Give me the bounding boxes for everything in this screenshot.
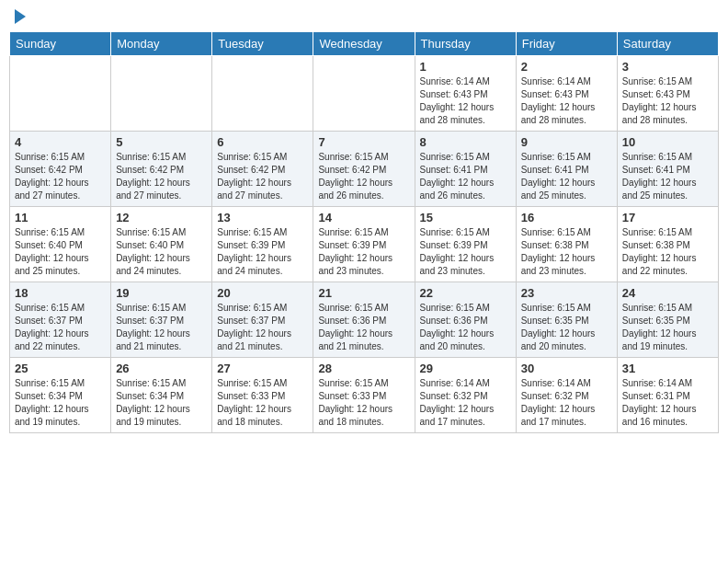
calendar-cell: 30Sunrise: 6:14 AM Sunset: 6:32 PM Dayli… xyxy=(516,358,617,433)
day-info: Sunrise: 6:15 AM Sunset: 6:38 PM Dayligh… xyxy=(622,226,713,278)
day-info: Sunrise: 6:15 AM Sunset: 6:33 PM Dayligh… xyxy=(217,377,308,429)
day-number: 11 xyxy=(15,211,106,224)
day-info: Sunrise: 6:15 AM Sunset: 6:35 PM Dayligh… xyxy=(521,302,612,353)
calendar-header-row: SundayMondayTuesdayWednesdayThursdayFrid… xyxy=(10,32,719,56)
calendar-week-row: 1Sunrise: 6:14 AM Sunset: 6:43 PM Daylig… xyxy=(10,56,719,132)
day-number: 28 xyxy=(318,362,409,375)
calendar-cell: 20Sunrise: 6:15 AM Sunset: 6:37 PM Dayli… xyxy=(212,282,313,358)
day-info: Sunrise: 6:15 AM Sunset: 6:36 PM Dayligh… xyxy=(420,302,511,353)
day-number: 29 xyxy=(420,362,511,375)
day-info: Sunrise: 6:15 AM Sunset: 6:43 PM Dayligh… xyxy=(622,75,713,127)
day-number: 12 xyxy=(116,211,207,224)
day-number: 10 xyxy=(622,135,713,149)
day-header-monday: Monday xyxy=(111,32,212,56)
day-number: 22 xyxy=(420,286,511,300)
day-info: Sunrise: 6:15 AM Sunset: 6:35 PM Dayligh… xyxy=(622,302,713,353)
day-header-friday: Friday xyxy=(516,32,617,56)
day-number: 6 xyxy=(217,135,308,149)
calendar-week-row: 18Sunrise: 6:15 AM Sunset: 6:37 PM Dayli… xyxy=(10,282,719,358)
day-number: 27 xyxy=(217,362,308,375)
calendar-cell: 28Sunrise: 6:15 AM Sunset: 6:33 PM Dayli… xyxy=(313,358,415,433)
day-number: 18 xyxy=(15,286,106,300)
day-number: 23 xyxy=(521,286,612,300)
day-info: Sunrise: 6:15 AM Sunset: 6:42 PM Dayligh… xyxy=(15,151,106,202)
calendar-cell: 4Sunrise: 6:15 AM Sunset: 6:42 PM Daylig… xyxy=(10,132,111,207)
logo-arrow-icon xyxy=(15,9,26,24)
day-number: 4 xyxy=(15,135,106,149)
calendar-table: SundayMondayTuesdayWednesdayThursdayFrid… xyxy=(9,31,719,433)
page-header xyxy=(9,9,719,24)
calendar-cell: 31Sunrise: 6:14 AM Sunset: 6:31 PM Dayli… xyxy=(617,358,718,433)
day-number: 3 xyxy=(622,60,713,74)
calendar-cell: 3Sunrise: 6:15 AM Sunset: 6:43 PM Daylig… xyxy=(617,56,718,132)
calendar-cell xyxy=(111,56,212,132)
day-info: Sunrise: 6:15 AM Sunset: 6:38 PM Dayligh… xyxy=(521,226,612,278)
calendar-cell: 12Sunrise: 6:15 AM Sunset: 6:40 PM Dayli… xyxy=(111,207,212,282)
calendar-week-row: 4Sunrise: 6:15 AM Sunset: 6:42 PM Daylig… xyxy=(10,132,719,207)
calendar-cell: 9Sunrise: 6:15 AM Sunset: 6:41 PM Daylig… xyxy=(516,132,617,207)
day-number: 19 xyxy=(116,286,207,300)
calendar-cell: 18Sunrise: 6:15 AM Sunset: 6:37 PM Dayli… xyxy=(10,282,111,358)
day-number: 7 xyxy=(318,135,409,149)
calendar-cell: 1Sunrise: 6:14 AM Sunset: 6:43 PM Daylig… xyxy=(415,56,516,132)
day-info: Sunrise: 6:15 AM Sunset: 6:40 PM Dayligh… xyxy=(15,226,106,278)
day-info: Sunrise: 6:14 AM Sunset: 6:43 PM Dayligh… xyxy=(420,75,511,127)
calendar-cell: 15Sunrise: 6:15 AM Sunset: 6:39 PM Dayli… xyxy=(415,207,516,282)
calendar-cell: 6Sunrise: 6:15 AM Sunset: 6:42 PM Daylig… xyxy=(212,132,313,207)
calendar-cell: 21Sunrise: 6:15 AM Sunset: 6:36 PM Dayli… xyxy=(313,282,415,358)
day-header-wednesday: Wednesday xyxy=(313,32,415,56)
day-info: Sunrise: 6:15 AM Sunset: 6:34 PM Dayligh… xyxy=(116,377,207,429)
day-number: 8 xyxy=(420,135,511,149)
day-header-saturday: Saturday xyxy=(617,32,718,56)
day-info: Sunrise: 6:15 AM Sunset: 6:37 PM Dayligh… xyxy=(15,302,106,353)
day-info: Sunrise: 6:15 AM Sunset: 6:40 PM Dayligh… xyxy=(116,226,207,278)
day-number: 15 xyxy=(420,211,511,224)
day-info: Sunrise: 6:14 AM Sunset: 6:32 PM Dayligh… xyxy=(420,377,511,429)
calendar-cell: 25Sunrise: 6:15 AM Sunset: 6:34 PM Dayli… xyxy=(10,358,111,433)
day-info: Sunrise: 6:15 AM Sunset: 6:42 PM Dayligh… xyxy=(116,151,207,202)
day-info: Sunrise: 6:15 AM Sunset: 6:41 PM Dayligh… xyxy=(622,151,713,202)
day-number: 17 xyxy=(622,211,713,224)
day-info: Sunrise: 6:15 AM Sunset: 6:41 PM Dayligh… xyxy=(420,151,511,202)
day-number: 2 xyxy=(521,60,612,74)
day-number: 30 xyxy=(521,362,612,375)
day-number: 9 xyxy=(521,135,612,149)
day-info: Sunrise: 6:15 AM Sunset: 6:42 PM Dayligh… xyxy=(318,151,409,202)
day-info: Sunrise: 6:15 AM Sunset: 6:37 PM Dayligh… xyxy=(116,302,207,353)
calendar-week-row: 25Sunrise: 6:15 AM Sunset: 6:34 PM Dayli… xyxy=(10,358,719,433)
calendar-cell: 11Sunrise: 6:15 AM Sunset: 6:40 PM Dayli… xyxy=(10,207,111,282)
calendar-cell: 17Sunrise: 6:15 AM Sunset: 6:38 PM Dayli… xyxy=(617,207,718,282)
day-number: 25 xyxy=(15,362,106,375)
day-number: 24 xyxy=(622,286,713,300)
day-info: Sunrise: 6:15 AM Sunset: 6:37 PM Dayligh… xyxy=(217,302,308,353)
calendar-cell: 24Sunrise: 6:15 AM Sunset: 6:35 PM Dayli… xyxy=(617,282,718,358)
calendar-cell: 27Sunrise: 6:15 AM Sunset: 6:33 PM Dayli… xyxy=(212,358,313,433)
calendar-cell: 13Sunrise: 6:15 AM Sunset: 6:39 PM Dayli… xyxy=(212,207,313,282)
day-info: Sunrise: 6:15 AM Sunset: 6:39 PM Dayligh… xyxy=(217,226,308,278)
day-info: Sunrise: 6:15 AM Sunset: 6:39 PM Dayligh… xyxy=(420,226,511,278)
day-info: Sunrise: 6:15 AM Sunset: 6:36 PM Dayligh… xyxy=(318,302,409,353)
calendar-cell xyxy=(313,56,415,132)
calendar-cell: 23Sunrise: 6:15 AM Sunset: 6:35 PM Dayli… xyxy=(516,282,617,358)
day-number: 1 xyxy=(420,60,511,74)
calendar-cell: 10Sunrise: 6:15 AM Sunset: 6:41 PM Dayli… xyxy=(617,132,718,207)
calendar-cell: 29Sunrise: 6:14 AM Sunset: 6:32 PM Dayli… xyxy=(415,358,516,433)
day-number: 14 xyxy=(318,211,409,224)
day-number: 13 xyxy=(217,211,308,224)
day-number: 31 xyxy=(622,362,713,375)
calendar-cell: 22Sunrise: 6:15 AM Sunset: 6:36 PM Dayli… xyxy=(415,282,516,358)
calendar-week-row: 11Sunrise: 6:15 AM Sunset: 6:40 PM Dayli… xyxy=(10,207,719,282)
day-info: Sunrise: 6:15 AM Sunset: 6:33 PM Dayligh… xyxy=(318,377,409,429)
calendar-cell: 5Sunrise: 6:15 AM Sunset: 6:42 PM Daylig… xyxy=(111,132,212,207)
day-number: 20 xyxy=(217,286,308,300)
calendar-cell xyxy=(212,56,313,132)
day-info: Sunrise: 6:14 AM Sunset: 6:31 PM Dayligh… xyxy=(622,377,713,429)
day-info: Sunrise: 6:15 AM Sunset: 6:34 PM Dayligh… xyxy=(15,377,106,429)
calendar-cell: 8Sunrise: 6:15 AM Sunset: 6:41 PM Daylig… xyxy=(415,132,516,207)
day-info: Sunrise: 6:14 AM Sunset: 6:43 PM Dayligh… xyxy=(521,75,612,127)
calendar-cell: 14Sunrise: 6:15 AM Sunset: 6:39 PM Dayli… xyxy=(313,207,415,282)
day-info: Sunrise: 6:15 AM Sunset: 6:41 PM Dayligh… xyxy=(521,151,612,202)
day-info: Sunrise: 6:15 AM Sunset: 6:39 PM Dayligh… xyxy=(318,226,409,278)
day-number: 21 xyxy=(318,286,409,300)
calendar-cell: 19Sunrise: 6:15 AM Sunset: 6:37 PM Dayli… xyxy=(111,282,212,358)
